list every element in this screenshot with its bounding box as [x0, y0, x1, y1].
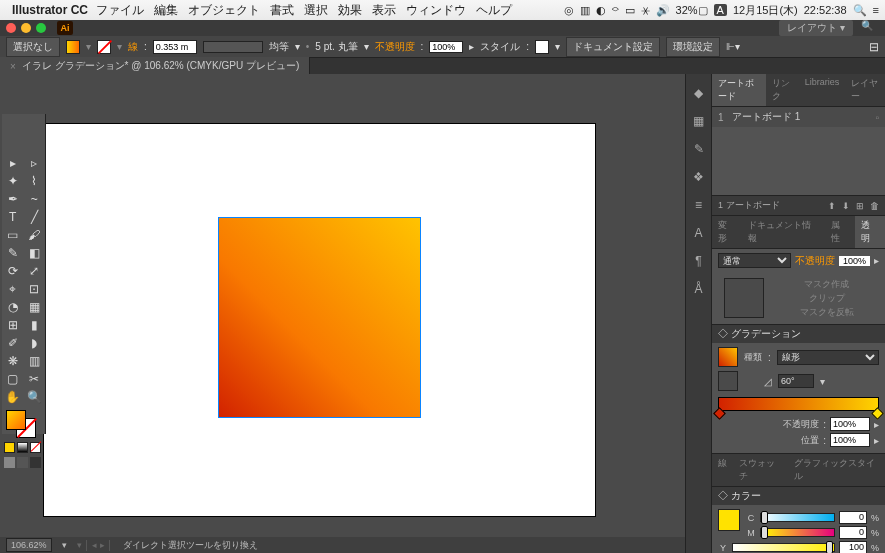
menu-view[interactable]: 表示 [372, 2, 396, 19]
tab-graphic-styles[interactable]: グラフィックスタイル [788, 454, 885, 486]
perspective-tool[interactable]: ▦ [24, 298, 46, 316]
c-slider[interactable] [760, 513, 835, 522]
gradient-thumb[interactable] [718, 347, 738, 367]
window-close-button[interactable] [6, 23, 16, 33]
stroke-weight-input[interactable] [153, 40, 197, 54]
width-tool[interactable]: ⌖ [2, 280, 24, 298]
dock-para-icon[interactable]: ¶ [690, 252, 708, 270]
menu-window[interactable]: ウィンドウ [406, 2, 466, 19]
type-tool[interactable]: T [2, 208, 24, 226]
status-volume-icon[interactable]: 🔊 [656, 4, 670, 17]
dock-char-icon[interactable]: A [690, 224, 708, 242]
zoom-display[interactable]: 106.62% [6, 538, 52, 552]
gradient-tool[interactable]: ▮ [24, 316, 46, 334]
invert-mask-checkbox[interactable]: マスクを反転 [774, 305, 879, 319]
y-slider[interactable] [732, 543, 835, 552]
opacity-value[interactable]: 100% [429, 41, 463, 53]
status-wifi-icon[interactable]: ⌔ [612, 4, 619, 16]
blend-mode-select[interactable]: 通常 [718, 253, 791, 268]
window-zoom-button[interactable] [36, 23, 46, 33]
tab-layers[interactable]: レイヤー [845, 74, 885, 106]
eyedropper-tool[interactable]: ✐ [2, 334, 24, 352]
menu-edit[interactable]: 編集 [154, 2, 178, 19]
new-artboard-icon[interactable]: ⊞ [856, 201, 864, 211]
tab-transform[interactable]: 変形 [712, 216, 742, 248]
hand-tool[interactable]: ✋ [2, 388, 24, 406]
artboard-tool[interactable]: ▢ [2, 370, 24, 388]
status-date[interactable]: 12月15日(木) [733, 3, 798, 18]
menu-effect[interactable]: 効果 [338, 2, 362, 19]
stop-opacity-input[interactable] [830, 417, 870, 431]
tab-docinfo[interactable]: ドキュメント情報 [742, 216, 825, 248]
free-transform-tool[interactable]: ⊡ [24, 280, 46, 298]
symbol-spray-tool[interactable]: ❋ [2, 352, 24, 370]
brush-selector[interactable]: 5 pt. 丸筆 [315, 40, 357, 54]
blend-tool[interactable]: ◗ [24, 334, 46, 352]
close-tab-icon[interactable]: × [10, 61, 16, 72]
status-generic-icon[interactable]: ◎ [564, 4, 574, 17]
graph-tool[interactable]: ▥ [24, 352, 46, 370]
gradient-rectangle[interactable] [218, 217, 421, 418]
delete-artboard-icon[interactable]: 🗑 [870, 201, 879, 211]
status-display-icon[interactable]: ▭ [625, 4, 635, 17]
color-swatch[interactable] [718, 509, 740, 531]
doc-tab[interactable]: × イラレ グラデーション* @ 106.62% (CMYK/GPU プレビュー… [0, 57, 310, 75]
rotate-tool[interactable]: ⟳ [2, 262, 24, 280]
color-mode-row[interactable] [4, 442, 43, 453]
gradient-type-select[interactable]: 線形 [777, 350, 879, 365]
status-ime-icon[interactable]: A [714, 4, 727, 16]
status-battery[interactable]: 32% ▢ [676, 4, 708, 17]
clip-checkbox[interactable]: クリップ [774, 291, 879, 305]
line-tool[interactable]: ╱ [24, 208, 46, 226]
rectangle-tool[interactable]: ▭ [2, 226, 24, 244]
lasso-tool[interactable]: ⌇ [24, 172, 46, 190]
brush-tool[interactable]: 🖌 [24, 226, 46, 244]
menu-help[interactable]: ヘルプ [476, 2, 512, 19]
screen-modes[interactable] [4, 457, 43, 468]
shaper-tool[interactable]: ✎ [2, 244, 24, 262]
layout-dropdown[interactable]: レイアウト ▾ [779, 20, 853, 36]
reorder-up-icon[interactable]: ⬆ [828, 201, 836, 211]
window-minimize-button[interactable] [21, 23, 31, 33]
shape-builder-tool[interactable]: ◔ [2, 298, 24, 316]
direct-select-tool[interactable]: ▹ [24, 154, 46, 172]
m-value[interactable]: 0 [839, 526, 867, 539]
app-name[interactable]: Illustrator CC [12, 3, 88, 17]
tab-artboard[interactable]: アートボード [712, 74, 766, 106]
fill-stroke-indicator[interactable] [6, 410, 36, 438]
status-cloud-icon[interactable]: ▥ [580, 4, 590, 17]
menu-select[interactable]: 選択 [304, 2, 328, 19]
artboard[interactable] [44, 124, 595, 516]
selection-tool[interactable]: ▸ [2, 154, 24, 172]
dock-color-icon[interactable]: ◆ [690, 84, 708, 102]
dock-swatches-icon[interactable]: ▦ [690, 112, 708, 130]
curvature-tool[interactable]: ~ [24, 190, 46, 208]
menu-icon[interactable]: ≡ [873, 4, 879, 16]
doc-setup-button[interactable]: ドキュメント設定 [566, 37, 660, 57]
magic-wand-tool[interactable]: ✦ [2, 172, 24, 190]
artboard-row[interactable]: 1 アートボード 1 ▫ [712, 107, 885, 127]
tab-swatches[interactable]: スウォッチ [733, 454, 788, 486]
dock-brush-icon[interactable]: ✎ [690, 140, 708, 158]
gradient-stroke-thumb[interactable] [718, 371, 738, 391]
spotlight-icon[interactable]: 🔍 [853, 4, 867, 17]
tab-stroke[interactable]: 線 [712, 454, 733, 486]
align-icon[interactable]: ⊩▾ [726, 41, 740, 52]
dock-stroke-icon[interactable]: ≡ [690, 196, 708, 214]
gradient-angle-input[interactable] [778, 374, 814, 388]
tab-libraries[interactable]: Libraries [799, 74, 846, 106]
tab-attributes[interactable]: 属性 [825, 216, 855, 248]
artboard-options-icon[interactable]: ▫ [875, 112, 879, 123]
m-slider[interactable] [760, 528, 835, 537]
make-mask-button[interactable]: マスク作成 [774, 277, 879, 291]
menu-object[interactable]: オブジェクト [188, 2, 260, 19]
search-icon[interactable]: 🔍 [861, 20, 873, 36]
canvas-area[interactable]: 106.62% ▾ ▾ │ ◂ ▸ │ ダイレクト選択ツールを切り換え [0, 74, 685, 553]
dock-symbols-icon[interactable]: ❖ [690, 168, 708, 186]
menu-type[interactable]: 書式 [270, 2, 294, 19]
stop-position-input[interactable] [830, 433, 870, 447]
mesh-tool[interactable]: ⊞ [2, 316, 24, 334]
slice-tool[interactable]: ✂ [24, 370, 46, 388]
status-chat-icon[interactable]: ◐ [596, 4, 606, 17]
eraser-tool[interactable]: ◧ [24, 244, 46, 262]
